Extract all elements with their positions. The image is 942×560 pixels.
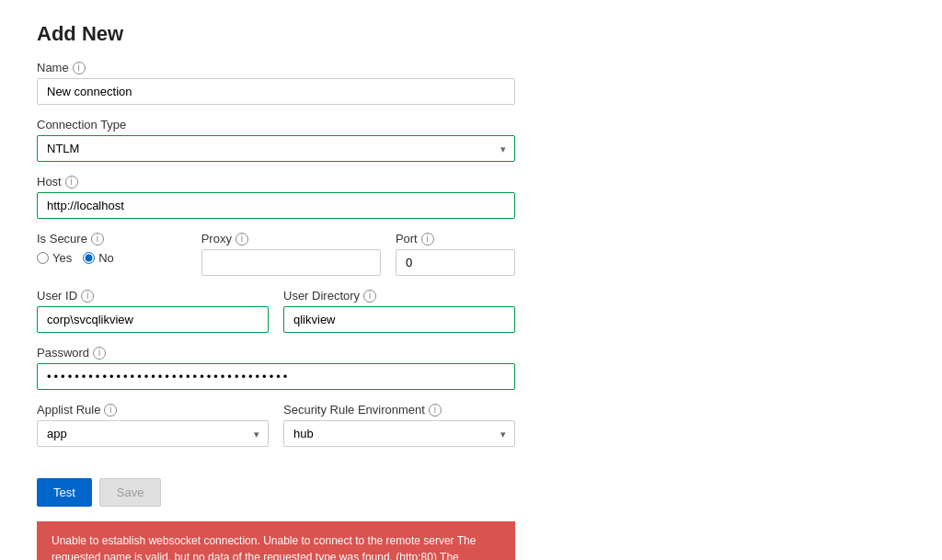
connection-type-select[interactable]: NTLM Basic Kerberos [37,135,515,162]
proxy-input[interactable] [201,249,381,276]
name-label: Name i [37,61,515,74]
save-button[interactable]: Save [99,478,162,507]
security-rule-label: Security Rule Environment i [283,403,515,417]
user-directory-input[interactable] [283,306,515,333]
port-input[interactable] [396,249,515,276]
user-id-label: User ID i [37,289,269,303]
applist-rule-select[interactable]: app all none [37,420,269,447]
user-directory-label: User Directory i [283,289,515,303]
no-radio-label[interactable]: No [83,251,114,265]
port-label: Port i [396,232,515,246]
port-info-icon: i [421,233,434,246]
host-field-group: Host i [37,175,515,219]
user-id-input[interactable] [37,306,269,333]
user-id-info-icon: i [81,290,94,303]
name-info-icon: i [73,62,86,74]
proxy-field-group: Proxy i [201,232,381,276]
page-title: Add New [37,22,515,46]
error-banner: Unable to establish websocket connection… [37,521,515,560]
security-rule-select[interactable]: hub qmc both [283,420,515,447]
test-button[interactable]: Test [37,478,92,507]
security-rule-select-wrapper: hub qmc both ▾ [283,420,515,447]
password-field-group: Password i [37,346,515,390]
applist-rule-info-icon: i [104,404,117,417]
user-directory-info-icon: i [363,290,376,303]
is-secure-radio-group: Yes No [37,251,187,265]
applist-rule-select-wrapper: app all none ▾ [37,420,269,447]
connection-type-select-wrapper: NTLM Basic Kerberos ▾ [37,135,515,162]
port-field-group: Port i [396,232,515,276]
proxy-info-icon: i [236,233,248,246]
password-label: Password i [37,346,515,360]
host-label: Host i [37,175,515,189]
connection-type-label: Connection Type [37,118,515,131]
connection-type-field-group: Connection Type NTLM Basic Kerberos ▾ [37,118,515,162]
is-secure-info-icon: i [91,233,104,246]
applist-rule-label: Applist Rule i [37,403,269,417]
user-directory-field-group: User Directory i [283,289,515,333]
name-input[interactable] [37,78,515,105]
password-input[interactable] [37,363,515,390]
name-field-group: Name i [37,61,515,105]
security-rule-field-group: Security Rule Environment i hub qmc both… [283,403,515,447]
yes-radio-label[interactable]: Yes [37,251,72,265]
proxy-label: Proxy i [201,232,381,246]
is-secure-label: Is Secure i [37,232,187,246]
yes-radio[interactable] [37,252,49,264]
secure-proxy-port-row: Is Secure i Yes No Proxy i [37,232,515,289]
password-info-icon: i [93,347,106,360]
no-radio[interactable] [83,252,95,264]
host-input[interactable] [37,192,515,219]
form-container: Add New Name i Connection Type NTLM Basi… [0,0,552,560]
user-id-field-group: User ID i [37,289,269,333]
is-secure-field-group: Is Secure i Yes No [37,232,187,276]
error-message: Unable to establish websocket connection… [52,534,476,560]
button-row: Test Save [37,478,515,507]
applist-security-row: Applist Rule i app all none ▾ Security R… [37,403,515,460]
host-info-icon: i [65,176,78,189]
security-rule-info-icon: i [429,404,442,417]
userid-directory-row: User ID i User Directory i [37,289,515,346]
applist-rule-field-group: Applist Rule i app all none ▾ [37,403,269,447]
